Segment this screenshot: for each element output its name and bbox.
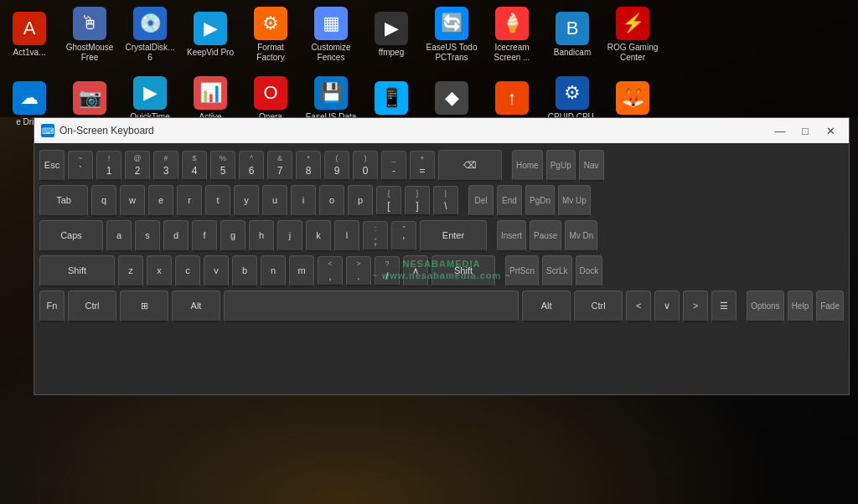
key-nav[interactable]: Nav bbox=[579, 150, 604, 182]
key-p[interactable]: p bbox=[348, 185, 373, 217]
key-o[interactable]: o bbox=[319, 185, 344, 217]
key-4[interactable]: $4 bbox=[182, 151, 207, 181]
minimize-button[interactable]: — bbox=[768, 121, 792, 140]
key-question[interactable]: ?/ bbox=[375, 256, 400, 286]
key-n[interactable]: n bbox=[261, 255, 286, 287]
key-backspace[interactable]: ⌫ bbox=[438, 150, 502, 182]
key-alt-r[interactable]: Alt bbox=[522, 291, 571, 322]
key-left[interactable]: < bbox=[626, 291, 651, 322]
key-prtscn[interactable]: PrtScn bbox=[505, 255, 539, 287]
key-7[interactable]: &7 bbox=[267, 151, 292, 181]
key-dock[interactable]: Dock bbox=[576, 255, 603, 287]
maximize-button[interactable]: □ bbox=[793, 121, 817, 140]
key-esc[interactable]: Esc bbox=[39, 150, 65, 182]
key-1[interactable]: !1 bbox=[96, 151, 121, 181]
key-up[interactable]: ∧ bbox=[403, 255, 428, 287]
taskbar-icon-customize[interactable]: ▦Customize Fences bbox=[302, 3, 360, 66]
key-t[interactable]: t bbox=[205, 185, 230, 217]
key-home[interactable]: Home bbox=[512, 150, 543, 182]
close-button[interactable]: ✕ bbox=[819, 121, 842, 140]
key-s[interactable]: s bbox=[135, 220, 160, 252]
app-icon-img-keepvid: ▶ bbox=[194, 12, 227, 45]
key-y[interactable]: y bbox=[234, 185, 259, 217]
key-q[interactable]: q bbox=[91, 185, 116, 217]
key-ctrl-l[interactable]: Ctrl bbox=[68, 291, 116, 322]
key-d[interactable]: d bbox=[163, 220, 189, 252]
key-shift-l[interactable]: Shift bbox=[39, 255, 115, 287]
key-u[interactable]: u bbox=[262, 185, 287, 217]
key-z[interactable]: z bbox=[118, 255, 143, 287]
key-space[interactable] bbox=[224, 291, 519, 322]
key-6[interactable]: ^6 bbox=[239, 151, 264, 181]
key-b[interactable]: b bbox=[232, 255, 257, 287]
key-fade[interactable]: Fade bbox=[816, 291, 844, 322]
key-mvdn[interactable]: Mv Dn bbox=[565, 220, 597, 252]
key-gt[interactable]: >. bbox=[346, 256, 371, 286]
app-icon-img-ghostmouse: 🖱 bbox=[73, 7, 106, 40]
key-tilde[interactable]: ~` bbox=[68, 151, 93, 181]
key-3[interactable]: #3 bbox=[153, 151, 178, 181]
key-alt-l[interactable]: Alt bbox=[172, 291, 220, 322]
key-h[interactable]: h bbox=[249, 220, 274, 252]
key-a[interactable]: a bbox=[106, 220, 132, 252]
key-j[interactable]: j bbox=[277, 220, 302, 252]
key-m[interactable]: m bbox=[289, 255, 314, 287]
key-equals[interactable]: += bbox=[410, 151, 435, 181]
taskbar-icon-format[interactable]: ⚙Format Factory bbox=[241, 3, 300, 66]
key-scrlk[interactable]: ScrLk bbox=[542, 255, 572, 287]
key-caps[interactable]: Caps bbox=[39, 220, 103, 252]
key-pgdn[interactable]: PgDn bbox=[525, 185, 555, 217]
key-options[interactable]: Options bbox=[747, 291, 783, 322]
key-i[interactable]: i bbox=[291, 185, 316, 217]
key-lbrace[interactable]: {[ bbox=[376, 186, 401, 216]
key-tab[interactable]: Tab bbox=[39, 185, 88, 217]
taskbar-icon-ffmpeg[interactable]: ▶ffmpeg bbox=[362, 8, 421, 61]
key-semicolon[interactable]: :; bbox=[363, 221, 388, 251]
key-pause[interactable]: Pause bbox=[530, 220, 561, 252]
app-icon-img-ffmpeg: ▶ bbox=[375, 12, 408, 45]
key-menu[interactable]: ☰ bbox=[711, 291, 737, 322]
key-ctrl-r[interactable]: Ctrl bbox=[574, 291, 623, 322]
key-win[interactable]: ⊞ bbox=[120, 291, 168, 322]
taskbar-icon-icecream[interactable]: 🍦Icecream Screen ... bbox=[483, 3, 541, 66]
key-k[interactable]: k bbox=[306, 220, 331, 252]
key-mvup[interactable]: Mv Up bbox=[558, 185, 591, 217]
key-lt[interactable]: <, bbox=[318, 256, 343, 286]
key-insert[interactable]: Insert bbox=[497, 220, 526, 252]
key-minus[interactable]: _- bbox=[381, 151, 406, 181]
key-down[interactable]: ∨ bbox=[654, 291, 680, 322]
taskbar-icon-easeus[interactable]: 🔄EaseUS Todo PCTrans bbox=[422, 3, 481, 66]
taskbar-icon-act1va[interactable]: AAct1va... bbox=[0, 8, 59, 61]
taskbar-icon-crystaldisk[interactable]: 💿CrystalDisk... 6 bbox=[121, 3, 179, 66]
key-end[interactable]: End bbox=[497, 185, 522, 217]
key-del[interactable]: Del bbox=[468, 185, 494, 217]
key-e[interactable]: e bbox=[148, 185, 173, 217]
key-v[interactable]: v bbox=[204, 255, 229, 287]
key-8[interactable]: *8 bbox=[296, 151, 321, 181]
key-help[interactable]: Help bbox=[788, 291, 814, 322]
key-g[interactable]: g bbox=[220, 220, 246, 252]
key-5[interactable]: %5 bbox=[210, 151, 235, 181]
taskbar-icon-ghostmouse[interactable]: 🖱GhostMouse Free bbox=[60, 3, 119, 66]
app-icon-img-quicktime: ▶ bbox=[133, 76, 167, 110]
key-shift-r[interactable]: Shift bbox=[432, 255, 495, 287]
key-x[interactable]: x bbox=[147, 255, 172, 287]
key-pgup[interactable]: PgUp bbox=[546, 150, 576, 182]
taskbar-icon-keepvid[interactable]: ▶KeepVid Pro bbox=[181, 8, 240, 61]
key-quote[interactable]: "' bbox=[391, 221, 416, 251]
key-enter[interactable]: Enter bbox=[420, 220, 487, 252]
taskbar-icon-rog[interactable]: ⚡ROG Gaming Center bbox=[603, 3, 662, 66]
key-r[interactable]: r bbox=[177, 185, 202, 217]
key-rbrace[interactable]: }] bbox=[405, 186, 430, 216]
key-w[interactable]: w bbox=[120, 185, 145, 217]
key-backslash[interactable]: |\ bbox=[433, 186, 458, 216]
key-c[interactable]: c bbox=[175, 255, 200, 287]
key-2[interactable]: @2 bbox=[125, 151, 150, 181]
taskbar-icon-bandicam[interactable]: BBandicam bbox=[543, 8, 602, 61]
key-9[interactable]: (9 bbox=[324, 151, 349, 181]
key-fn[interactable]: Fn bbox=[39, 291, 65, 322]
key-0[interactable]: )0 bbox=[353, 151, 378, 181]
key-l[interactable]: l bbox=[334, 220, 359, 252]
key-right[interactable]: > bbox=[683, 291, 708, 322]
key-f[interactable]: f bbox=[192, 220, 217, 252]
